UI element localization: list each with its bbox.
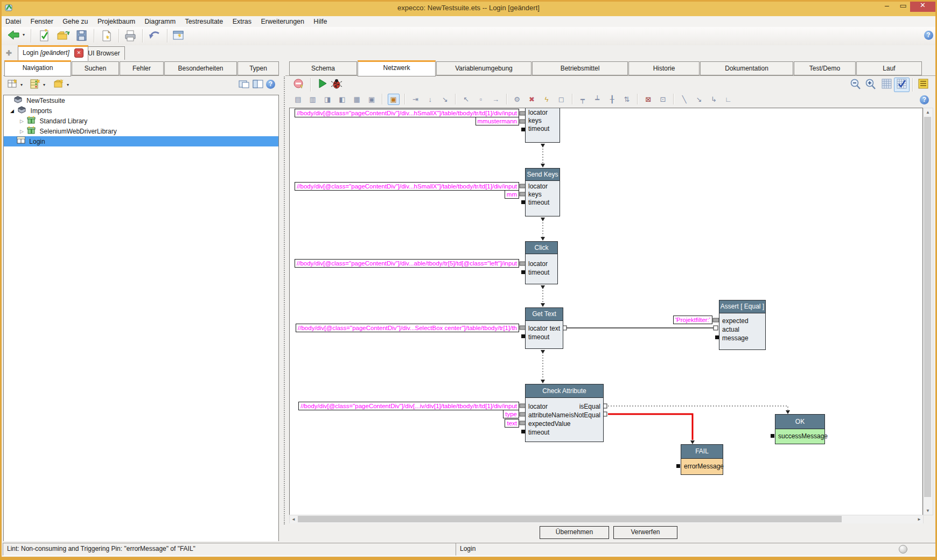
align-h-center-icon[interactable]: ▦: [352, 94, 362, 104]
scroll-right-icon[interactable]: ►: [917, 517, 921, 522]
node-get-text[interactable]: Get Text locator text timeout: [525, 307, 563, 349]
pin-bottom-icon[interactable]: ┷: [592, 94, 603, 104]
canvas-vertical-scrollbar[interactable]: ▲ ▼: [923, 108, 933, 515]
pin-text-out[interactable]: text: [550, 324, 560, 333]
pin-timeout[interactable]: timeout: [526, 125, 560, 133]
new-tab-icon[interactable]: ✚: [6, 49, 12, 57]
save-icon[interactable]: [75, 29, 89, 43]
tab-lauf[interactable]: Lauf: [856, 61, 922, 75]
pin-trigger-icon[interactable]: ϟ: [541, 94, 552, 104]
node-title[interactable]: Check Attribute: [526, 384, 603, 398]
menu-hilfe[interactable]: Hilfe: [310, 16, 331, 27]
new-element-icon[interactable]: ▣: [388, 94, 400, 105]
tree-item-standard-library[interactable]: ▷ Standard Library: [4, 116, 278, 126]
edge-click-to-gettext[interactable]: [541, 285, 545, 307]
forward-icon[interactable]: →: [491, 94, 501, 104]
node-title[interactable]: FAIL: [681, 445, 723, 459]
vertical-scroll-thumb[interactable]: [924, 117, 931, 497]
tab-schema[interactable]: Schema: [289, 61, 357, 75]
pin-locator[interactable]: locator: [526, 109, 560, 117]
pin-top-icon[interactable]: ┯: [577, 94, 588, 104]
snap-to-grid-icon[interactable]: [894, 78, 910, 92]
tab-fehler[interactable]: Fehler: [120, 61, 164, 75]
grid-icon[interactable]: [880, 78, 894, 92]
value-label-keys-entry[interactable]: mmustermann: [476, 117, 520, 125]
pin-expectedvalue[interactable]: expectedValue: [526, 419, 603, 428]
edge-isnotequal-to-fail[interactable]: [603, 412, 695, 444]
tab-suchen[interactable]: Suchen: [72, 61, 119, 75]
new-testplan-dropdown-icon[interactable]: ▾: [20, 82, 23, 87]
expanded-arrow-icon[interactable]: ◢: [10, 106, 14, 116]
node-title[interactable]: OK: [775, 415, 824, 429]
pin-locator[interactable]: locator text: [526, 324, 563, 333]
pin-locator[interactable]: locator: [526, 183, 560, 191]
pin-timeout[interactable]: timeout: [526, 268, 557, 277]
new-item-dropdown-icon[interactable]: ▾: [43, 82, 45, 87]
discard-button[interactable]: Verwerfen: [613, 526, 677, 539]
zoom-in-icon[interactable]: [864, 78, 878, 92]
insert-input-pin-icon[interactable]: ⇥: [410, 94, 421, 104]
tab-betriebsmittel[interactable]: Betriebsmittel: [532, 61, 628, 75]
value-label-expectedvalue[interactable]: text: [505, 419, 519, 428]
undo-icon[interactable]: [148, 29, 162, 43]
node-title[interactable]: Get Text: [526, 308, 563, 321]
menu-extras[interactable]: Extras: [229, 16, 255, 27]
line-manhattan-icon[interactable]: ∟: [723, 94, 734, 104]
debug-icon[interactable]: [330, 78, 344, 92]
apply-button[interactable]: Übernehmen: [540, 526, 609, 539]
menu-datei[interactable]: Datei: [2, 16, 25, 27]
align-v-center-icon[interactable]: ▣: [366, 94, 377, 104]
tab-close-icon[interactable]: ✕: [74, 48, 83, 58]
pin-timeout[interactable]: timeout: [526, 333, 563, 341]
new-item-icon[interactable]: [29, 78, 43, 92]
node-check-attribute[interactable]: Check Attribute locator isEqual attribut…: [525, 384, 604, 442]
menu-gehe-zu[interactable]: Gehe zu: [59, 16, 92, 27]
connector-label-icon[interactable]: ⊡: [658, 94, 668, 104]
pin-keys[interactable]: keys: [526, 117, 560, 125]
value-label-xpath-sendkeys[interactable]: //body/div[@class="pageContentDiv"]/div.…: [295, 182, 519, 191]
horizontal-scroll-thumb[interactable]: [298, 516, 842, 522]
back-dropdown-icon[interactable]: ▾: [21, 32, 26, 46]
collapsed-arrow-icon[interactable]: ▷: [20, 127, 24, 137]
pin-isnotequal-out[interactable]: isNotEqual: [569, 411, 600, 419]
close-button[interactable]: ✕: [910, 0, 935, 12]
tab-login[interactable]: Login [geändert] ✕: [18, 45, 88, 61]
align-top-icon[interactable]: ◨: [322, 94, 333, 104]
pin-keys[interactable]: keys: [526, 191, 560, 199]
help-icon[interactable]: ?: [921, 31, 935, 45]
open-file-icon[interactable]: [56, 29, 70, 43]
tab-historie[interactable]: Historie: [628, 61, 700, 75]
new-testplan-icon[interactable]: [6, 78, 20, 92]
node-title[interactable]: Click: [526, 242, 557, 254]
line-step-icon[interactable]: ↘: [694, 94, 704, 104]
breakpoint-icon[interactable]: [292, 78, 306, 92]
pin-expected[interactable]: expected: [719, 317, 765, 325]
menu-diagramm[interactable]: Diagramm: [141, 16, 179, 27]
float-window-icon[interactable]: [237, 78, 251, 92]
minimize-button[interactable]: –: [879, 0, 895, 12]
pin-isequal-out[interactable]: isEqual: [579, 402, 600, 411]
line-ortho-icon[interactable]: ↳: [708, 94, 719, 104]
edge-gettext-to-checkattribute[interactable]: [541, 350, 545, 383]
pin-successmessage[interactable]: successMessage: [775, 429, 824, 444]
pin-center-icon[interactable]: ╂: [607, 94, 618, 104]
value-label-keys-sendkeys[interactable]: mm: [505, 190, 519, 199]
add-connection-icon[interactable]: ↖: [461, 94, 472, 104]
node-title[interactable]: Send Keys: [526, 169, 560, 181]
value-label-xpath-checkattribute[interactable]: //body/div[@class="pageContentDiv"]/div[…: [298, 402, 519, 410]
tree-help-icon[interactable]: ?: [266, 80, 275, 89]
pin-default-icon[interactable]: ◻: [556, 94, 567, 104]
new-folder-icon[interactable]: [53, 78, 67, 92]
value-label-assert-expected[interactable]: 'Projektfilter:': [673, 316, 712, 324]
tree-item-newtestsuite[interactable]: NewTestsuite: [4, 95, 278, 106]
edge-entry-to-sendkeys[interactable]: [541, 144, 545, 167]
align-right-icon[interactable]: ◧: [337, 94, 347, 104]
tab-netzwerk[interactable]: Netzwerk: [358, 60, 436, 76]
add-block-pin-icon[interactable]: ▫: [476, 94, 486, 104]
pin-delete-icon[interactable]: ✖: [527, 94, 537, 104]
node-click[interactable]: Click locator timeout: [525, 241, 558, 284]
node-send-keys[interactable]: Send Keys locator keys timeout: [525, 168, 560, 216]
tree-item-seleniumwebdriverlibrary[interactable]: ▷ SeleniumWebDriverLibrary: [4, 126, 278, 136]
node-entry[interactable]: locator keys timeout: [525, 108, 560, 143]
align-left-icon[interactable]: ▤: [292, 94, 303, 104]
